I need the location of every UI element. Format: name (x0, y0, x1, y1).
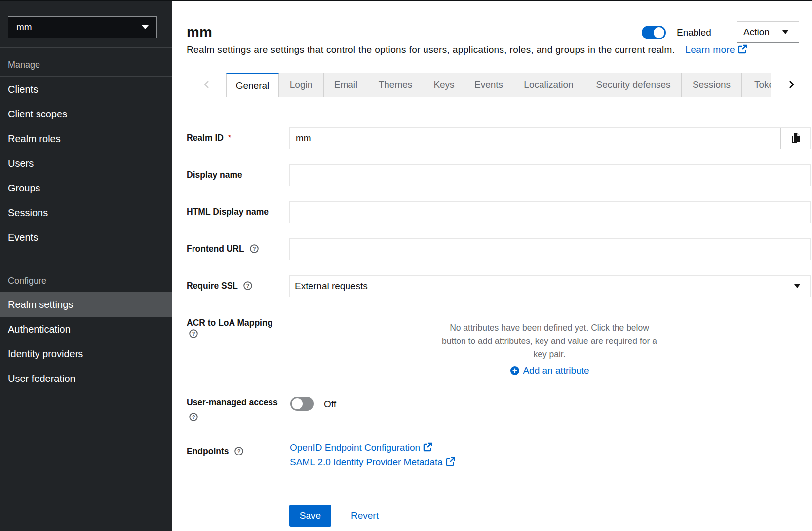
realm-id-input[interactable] (290, 128, 780, 149)
uma-toggle[interactable] (290, 397, 314, 411)
svg-text:?: ? (237, 448, 240, 454)
external-link-icon (446, 457, 455, 469)
action-menu-label: Action (743, 27, 770, 38)
html-display-name-control (289, 201, 811, 223)
copy-icon (791, 133, 801, 144)
endpoints-label: Endpoints? (187, 446, 243, 456)
sidebar: mm Manage Clients Client scopes Realm ro… (0, 0, 172, 531)
add-attribute-label: Add an attribute (523, 365, 589, 376)
chevron-right-icon (787, 80, 796, 89)
html-display-name-label: HTML Display name (187, 207, 269, 217)
tab-events[interactable]: Events (465, 73, 512, 97)
require-ssl-value: External requests (295, 281, 368, 292)
require-ssl-label-text: Require SSL (187, 281, 238, 291)
realm-settings-tabs: General Login Email Themes Keys Events L… (172, 73, 812, 97)
help-icon[interactable]: ? (189, 413, 198, 423)
saml-metadata-label: SAML 2.0 Identity Provider Metadata (290, 457, 443, 467)
save-button[interactable]: Save (289, 505, 331, 527)
nav-section-configure-label: Configure (8, 276, 46, 286)
realm-selector-value: mm (16, 22, 142, 33)
sidebar-item-clients[interactable]: Clients (0, 77, 172, 102)
sidebar-item-sessions[interactable]: Sessions (0, 200, 172, 225)
revert-link[interactable]: Revert (351, 510, 379, 521)
frontend-url-control (289, 238, 811, 260)
svg-text:?: ? (192, 331, 195, 337)
action-menu-button[interactable]: Action (737, 21, 799, 43)
saml-metadata-link[interactable]: SAML 2.0 Identity Provider Metadata (290, 457, 455, 469)
chevron-left-icon (202, 80, 211, 89)
tabs-scroll-left-button[interactable] (172, 73, 226, 97)
learn-more-label: Learn more (685, 44, 735, 55)
page-title: mm (187, 24, 212, 40)
sidebar-divider (0, 47, 172, 48)
acr-loa-empty-state-text: No attributes have been defined yet. Cli… (438, 321, 660, 361)
sidebar-item-client-scopes[interactable]: Client scopes (0, 102, 172, 126)
require-ssl-label: Require SSL? (187, 281, 252, 291)
tab-login[interactable]: Login (279, 73, 324, 97)
nav-section-manage-label: Manage (8, 60, 40, 70)
sidebar-item-user-federation[interactable]: User federation (0, 366, 172, 391)
sidebar-item-authentication[interactable]: Authentication (0, 317, 172, 341)
page-description: Realm settings are settings that control… (187, 44, 747, 56)
tab-keys[interactable]: Keys (423, 73, 465, 97)
openid-endpoint-link[interactable]: OpenID Endpoint Configuration (290, 442, 432, 454)
tab-localization[interactable]: Localization (512, 73, 585, 97)
caret-down-icon (142, 25, 149, 29)
tab-themes[interactable]: Themes (368, 73, 423, 97)
sidebar-item-users[interactable]: Users (0, 151, 172, 176)
masthead-strip (0, 0, 812, 1)
svg-text:?: ? (192, 414, 195, 420)
frontend-url-input[interactable] (289, 238, 811, 260)
tab-security-defenses[interactable]: Security defenses (585, 73, 682, 97)
add-attribute-button[interactable]: Add an attribute (289, 365, 811, 376)
svg-text:?: ? (252, 246, 256, 252)
uma-state-label: Off (324, 399, 336, 410)
realm-id-label-text: Realm ID (187, 133, 224, 143)
external-link-icon (423, 442, 432, 454)
caret-down-icon (782, 30, 788, 34)
svg-text:?: ? (246, 283, 250, 289)
acr-loa-label: ACR to LoA Mapping (187, 318, 272, 328)
tab-email[interactable]: Email (324, 73, 368, 97)
help-icon[interactable]: ? (189, 329, 198, 340)
enabled-label: Enabled (677, 27, 711, 38)
require-ssl-control: External requests (289, 275, 811, 297)
endpoints-label-text: Endpoints (187, 446, 229, 456)
tab-general[interactable]: General (226, 73, 279, 97)
display-name-input[interactable] (289, 164, 811, 186)
caret-down-icon (794, 284, 800, 288)
sidebar-item-realm-roles[interactable]: Realm roles (0, 126, 172, 151)
html-display-name-input[interactable] (289, 201, 811, 223)
sidebar-item-identity-providers[interactable]: Identity providers (0, 341, 172, 366)
toggle-knob (292, 398, 303, 409)
sidebar-item-groups[interactable]: Groups (0, 176, 172, 200)
realm-id-label: Realm ID* (187, 133, 231, 143)
frontend-url-label-text: Frontend URL (187, 244, 244, 254)
realm-selector[interactable]: mm (8, 16, 157, 38)
openid-endpoint-label: OpenID Endpoint Configuration (290, 442, 420, 453)
required-asterisk: * (228, 133, 231, 141)
sidebar-item-events[interactable]: Events (0, 225, 172, 250)
sidebar-item-realm-settings[interactable]: Realm settings (0, 292, 172, 317)
page-description-text: Realm settings are settings that control… (187, 44, 675, 55)
help-icon[interactable]: ? (250, 244, 259, 253)
external-link-icon (738, 44, 747, 56)
copy-button[interactable] (780, 128, 810, 149)
toggle-knob (654, 27, 664, 38)
realm-id-control (289, 127, 811, 149)
display-name-label: Display name (187, 170, 242, 180)
require-ssl-select[interactable]: External requests (289, 275, 811, 297)
tab-sessions[interactable]: Sessions (682, 73, 742, 97)
enabled-toggle[interactable] (642, 26, 666, 39)
realm-settings-page: mm Manage Clients Client scopes Realm ro… (0, 0, 812, 531)
plus-circle-icon (510, 366, 519, 375)
help-icon[interactable]: ? (234, 447, 243, 455)
frontend-url-label: Frontend URL? (187, 244, 259, 254)
display-name-control (289, 164, 811, 186)
tab-tokens[interactable]: Tokens (742, 73, 771, 97)
help-icon[interactable]: ? (243, 281, 252, 290)
tabs-viewport: General Login Email Themes Keys Events L… (226, 73, 771, 97)
uma-label: User-managed access (187, 397, 278, 408)
tabs-scroll-right-button[interactable] (771, 73, 812, 97)
learn-more-link[interactable]: Learn more (685, 44, 747, 55)
